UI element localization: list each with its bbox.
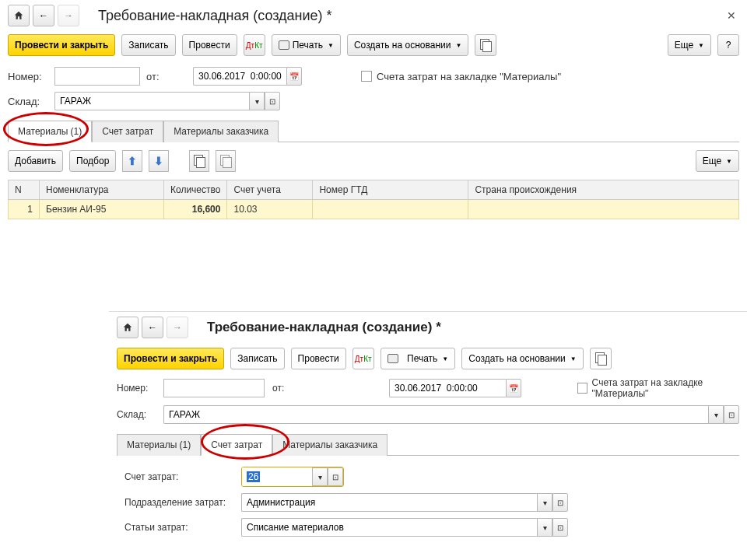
post-and-close-button[interactable]: Провести и закрыть	[8, 34, 115, 56]
copy-icon	[194, 155, 205, 167]
chevron-down-icon: ▼	[328, 42, 334, 49]
save-button[interactable]: Записать	[121, 34, 175, 56]
col-n[interactable]: N	[9, 180, 40, 200]
nav-toolbar: ← → Требование-накладная (создание) *	[0, 0, 747, 31]
window-title: Требование-накладная (создание) *	[98, 8, 332, 24]
close-icon[interactable]: ✕	[727, 9, 736, 22]
move-up-button[interactable]: ⬆	[122, 150, 142, 172]
warehouse-label: Склад:	[8, 96, 48, 107]
dropdown-button[interactable]: ▾	[249, 92, 265, 110]
post-button[interactable]: Провести	[182, 34, 237, 56]
action-bar: Провести и закрыть Записать Провести ДтК…	[0, 31, 747, 64]
cell-gtd	[313, 200, 468, 219]
date-input[interactable]	[193, 67, 286, 86]
dt-kt-icon: ДтКт	[246, 41, 263, 50]
warehouse-field-group: ▾ ⊡	[54, 92, 280, 110]
col-nomenclature[interactable]: Номенклатура	[40, 180, 164, 200]
date-field-group: 📅	[193, 67, 302, 86]
help-button[interactable]: ?	[717, 34, 739, 56]
number-label: Номер:	[8, 71, 48, 82]
printer-icon	[279, 40, 289, 50]
chevron-down-icon: ▼	[726, 158, 732, 165]
warehouse-input[interactable]	[54, 92, 249, 110]
copy-button[interactable]	[189, 150, 209, 172]
col-account[interactable]: Счет учета	[227, 180, 313, 200]
paste-icon	[220, 155, 231, 167]
forward-button[interactable]: →	[58, 5, 79, 26]
cell-n: 1	[9, 200, 40, 219]
tabs: Материалы (1) Счет затрат Материалы зака…	[8, 120, 739, 142]
checkbox-text: Счета затрат на закладке "Материалы"	[377, 71, 561, 82]
materials-toolbar: Добавить Подбор ⬆ ⬇ Еще▼	[0, 142, 747, 180]
warehouse-row: Склад: ▾ ⊡	[0, 89, 747, 114]
cell-country	[468, 200, 739, 219]
chevron-down-icon: ▼	[455, 42, 461, 49]
chevron-down-icon: ▾	[255, 97, 259, 106]
move-down-button[interactable]: ⬇	[149, 150, 169, 172]
window-1: ✕ ← → Требование-накладная (создание) * …	[0, 0, 747, 219]
number-row: Номер: от: 📅 Счета затрат на закладке "М…	[0, 64, 747, 89]
materials-grid: N Номенклатура Количество Счет учета Ном…	[8, 180, 739, 219]
paste-button[interactable]	[216, 150, 236, 172]
table-row[interactable]: 1 Бензин АИ-95 16,600 10.03	[9, 200, 739, 219]
tab-customer-materials[interactable]: Материалы заказчика	[163, 121, 279, 142]
link-icon: ⊡	[269, 97, 275, 106]
tab-cost-account[interactable]: Счет затрат	[92, 121, 163, 142]
dt-kt-button[interactable]: ДтКт	[244, 34, 265, 56]
from-label: от:	[146, 71, 187, 82]
arrow-left-icon: ←	[39, 10, 48, 21]
document-icon	[480, 39, 491, 51]
arrow-up-icon: ⬆	[128, 155, 137, 167]
materials-checkbox-label[interactable]: Счета затрат на закладке "Материалы"	[361, 71, 561, 82]
checkbox-icon	[361, 71, 372, 82]
date-picker-button[interactable]: 📅	[286, 67, 302, 86]
back-button[interactable]: ←	[33, 5, 54, 26]
arrow-right-icon: →	[64, 10, 73, 21]
print-button[interactable]: Печать▼	[272, 34, 341, 56]
col-qty[interactable]: Количество	[164, 180, 227, 200]
col-country[interactable]: Страна происхождения	[468, 180, 739, 200]
more-button[interactable]: Еще▼	[668, 34, 711, 56]
arrow-down-icon: ⬇	[154, 155, 163, 167]
open-button[interactable]: ⊡	[265, 92, 280, 110]
create-based-button[interactable]: Создать на основании▼	[347, 34, 468, 56]
select-button[interactable]: Подбор	[69, 150, 116, 172]
add-button[interactable]: Добавить	[8, 150, 63, 172]
attachment-button[interactable]	[475, 34, 496, 56]
tab-materials[interactable]: Материалы (1)	[8, 121, 92, 142]
chevron-down-icon: ▼	[698, 42, 704, 49]
cell-acct: 10.03	[227, 200, 313, 219]
col-gtd[interactable]: Номер ГТД	[313, 180, 468, 200]
home-button[interactable]	[8, 5, 30, 26]
number-input[interactable]	[54, 67, 140, 86]
cell-qty[interactable]: 16,600	[164, 200, 227, 219]
more-button-2[interactable]: Еще▼	[696, 150, 739, 172]
cell-nom: Бензин АИ-95	[40, 200, 164, 219]
home-icon	[13, 10, 24, 21]
